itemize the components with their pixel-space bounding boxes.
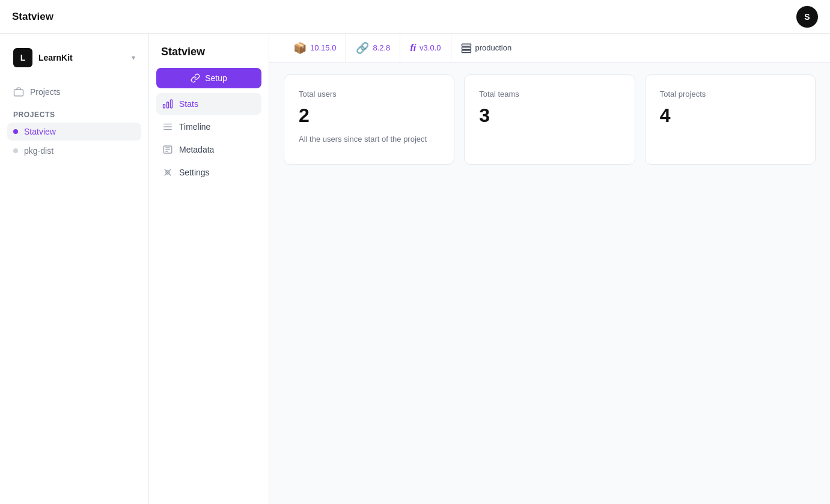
svg-rect-14	[462, 44, 471, 46]
left-sidebar: L LearnKit ▾ Projects Projects Statview …	[0, 34, 149, 504]
stat-value-users: 2	[299, 105, 439, 127]
timeline-icon	[162, 121, 173, 132]
nav-item-timeline[interactable]: Timeline	[156, 116, 261, 138]
npm-version: 8.2.8	[373, 43, 390, 52]
stat-card-teams: Total teams 3	[464, 74, 635, 165]
mid-sidebar: Statview Setup Stats Timeline	[149, 34, 269, 504]
nav-stats-label: Stats	[179, 99, 198, 109]
mid-sidebar-title: Statview	[156, 43, 261, 61]
version-item-node: 📦 10.15.0	[284, 34, 346, 62]
svg-rect-3	[163, 105, 165, 108]
nav-item-settings[interactable]: Settings	[156, 162, 261, 183]
app-title: Statview	[12, 11, 53, 23]
nav-metadata-label: Metadata	[179, 145, 214, 154]
fi-icon: fi	[410, 43, 416, 53]
svg-rect-1	[171, 100, 172, 108]
project-item-pkg-dist[interactable]: pkg-dist	[7, 142, 141, 160]
svg-rect-16	[462, 50, 471, 52]
stat-value-teams: 3	[479, 105, 620, 127]
version-item-fi: fi v3.0.0	[400, 34, 451, 62]
project-item-statview[interactable]: Statview	[7, 123, 141, 141]
settings-icon	[162, 167, 173, 178]
nav-item-projects[interactable]: Projects	[7, 82, 141, 102]
stats-icon	[162, 99, 173, 109]
stat-card-users: Total users 2 All the users since start …	[284, 74, 454, 165]
setup-label: Setup	[205, 73, 227, 83]
metadata-icon	[162, 144, 173, 155]
stat-label-users: Total users	[299, 90, 439, 99]
stat-label-projects: Total projects	[660, 90, 801, 99]
project-label-pkg-dist: pkg-dist	[24, 146, 53, 156]
user-avatar[interactable]: S	[796, 6, 818, 28]
inactive-dot-icon	[13, 148, 18, 153]
project-label-statview: Statview	[24, 127, 56, 136]
stat-card-projects: Total projects 4	[645, 74, 816, 165]
briefcase-icon	[13, 87, 24, 97]
stats-area: Total users 2 All the users since start …	[269, 62, 830, 177]
active-dot-icon	[13, 129, 18, 134]
version-bar: 📦 10.15.0 🔗 8.2.8 fi v3.0.0 production	[269, 34, 830, 62]
nav-settings-label: Settings	[179, 168, 210, 177]
node-version: 10.15.0	[310, 43, 336, 52]
stat-value-projects: 4	[660, 105, 801, 127]
workspace-selector[interactable]: L LearnKit ▾	[7, 43, 141, 72]
setup-button[interactable]: Setup	[156, 68, 261, 88]
chevron-down-icon: ▾	[132, 53, 135, 62]
top-header: Statview S	[0, 0, 830, 34]
version-item-npm: 🔗 8.2.8	[346, 34, 400, 62]
nav-projects-label: Projects	[30, 87, 61, 97]
stat-label-teams: Total teams	[479, 90, 620, 99]
workspace-icon: L	[13, 48, 32, 67]
svg-rect-0	[14, 90, 23, 96]
svg-rect-2	[167, 102, 169, 108]
main-content: 📦 10.15.0 🔗 8.2.8 fi v3.0.0 production	[269, 34, 830, 504]
nav-item-metadata[interactable]: Metadata	[156, 139, 261, 160]
layout: L LearnKit ▾ Projects Projects Statview …	[0, 34, 830, 504]
projects-section-label: Projects	[7, 103, 141, 123]
link-icon	[191, 73, 200, 83]
fi-version: v3.0.0	[420, 43, 441, 52]
node-icon: 📦	[293, 41, 307, 55]
workspace-name: LearnKit	[38, 53, 126, 62]
stat-desc-users: All the users since start of the project	[299, 134, 439, 145]
version-item-env: production	[451, 34, 522, 62]
nav-timeline-label: Timeline	[179, 122, 210, 132]
svg-rect-15	[462, 47, 471, 49]
npm-icon: 🔗	[356, 41, 369, 55]
server-icon	[461, 43, 472, 53]
env-label: production	[475, 43, 512, 52]
nav-item-stats[interactable]: Stats	[156, 93, 261, 115]
